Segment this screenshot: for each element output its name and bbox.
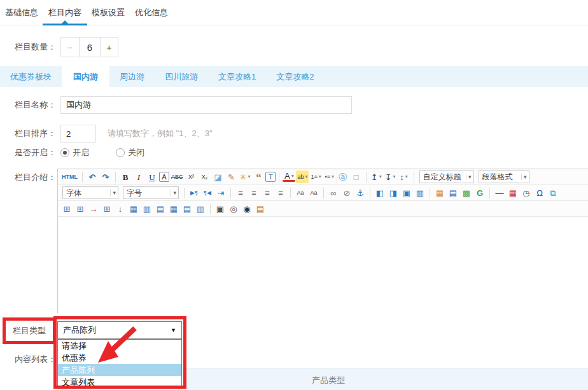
option-article-list[interactable]: 文章列表 (58, 376, 181, 388)
tab-seo-info[interactable]: 优化信息 (135, 0, 168, 25)
font-family-select[interactable]: 字体▾ (62, 186, 118, 199)
tab-basic-info[interactable]: 基础信息 (5, 0, 38, 25)
enabled-row: 是否开启： 开启 关闭 (0, 147, 144, 158)
paragraph-space-bottom-icon[interactable]: ↧ (384, 171, 397, 183)
undo-icon[interactable]: ↶ (86, 171, 99, 183)
radio-option-on[interactable]: 开启 (60, 147, 89, 158)
align-center-icon[interactable]: ≡ (248, 186, 260, 199)
column-order-row: 栏目排序： 请填写数字，例如 "1、2、3" (0, 125, 213, 143)
special-char-icon[interactable]: Ω (533, 186, 546, 199)
editor-toolbar-row-2: 字体▾字号▾▶¶¶◀⇥≡≡≡≡AaAa∞⊘⚓◧◨▣▥▦▤▩G—▦◷Ω⧉ (58, 185, 588, 201)
table-title-icon[interactable]: ▦ (127, 202, 140, 215)
strikethrough-icon[interactable]: ABC (170, 171, 185, 183)
subtab-coupon-block[interactable]: 优惠券板块 (0, 66, 62, 87)
subtab-sichuan-travel[interactable]: 四川旅游 (155, 66, 208, 87)
image-float-right-icon[interactable]: ◨ (387, 186, 400, 199)
stepper-plus-button[interactable]: + (100, 38, 118, 57)
image-inline-icon[interactable]: ▥ (414, 186, 426, 199)
custom-title-select[interactable]: 自定义标题▾ (419, 171, 474, 183)
find-replace-icon[interactable]: ◉ (241, 202, 253, 215)
option-product-display[interactable]: 产品陈列 (58, 364, 181, 376)
split-columns-icon[interactable]: ▥ (194, 202, 207, 215)
insert-date-icon[interactable]: ▦ (507, 186, 519, 199)
font-border-icon[interactable]: A (159, 172, 169, 182)
option-coupon[interactable]: 优惠券 (58, 352, 181, 364)
new-page-icon[interactable]: □ (350, 171, 363, 183)
stepper-minus-button[interactable]: − (61, 38, 80, 57)
radio-checked-icon[interactable] (60, 148, 69, 157)
align-justify-icon[interactable]: ≡ (274, 186, 287, 199)
tab-column-content[interactable]: 栏目内容 (48, 0, 81, 25)
format-painter-icon[interactable]: ✎ (225, 171, 238, 183)
align-right-icon[interactable]: ≡ (261, 186, 274, 199)
insert-row-above-icon[interactable]: ⊞ (74, 202, 87, 215)
separator (184, 188, 185, 198)
screenshot-icon[interactable]: ⧉ (547, 186, 559, 199)
merge-cells-icon[interactable]: ▦ (167, 202, 180, 215)
auto-typeset-icon[interactable]: ✳ (239, 171, 252, 183)
print-icon[interactable]: ▣ (214, 202, 227, 215)
editor-content-area[interactable] (58, 217, 588, 313)
insert-table-icon[interactable]: ⊞ (60, 202, 73, 215)
redo-icon[interactable]: ↷ (99, 171, 112, 183)
column-order-input[interactable] (60, 125, 96, 143)
editor-toolbar-row-3: ⊞⊞→⊞↓▦▥▤▦▤▥▣◎◉▤ (58, 201, 588, 217)
anchor-icon[interactable]: ⚓ (354, 186, 367, 199)
highlight-color-icon[interactable]: ab (296, 171, 309, 183)
delete-row-icon[interactable]: → (87, 202, 100, 215)
insert-video-icon[interactable]: ▤ (447, 186, 459, 199)
font-color-icon[interactable]: A (283, 172, 295, 182)
align-left-icon[interactable]: ≡ (234, 186, 247, 199)
subtab-nearby-travel[interactable]: 周边游 (109, 66, 155, 87)
blockquote-icon[interactable]: “ (252, 171, 265, 183)
horizontal-rule-icon[interactable]: — (493, 186, 506, 199)
delete-column-icon[interactable]: ↓ (114, 202, 127, 215)
insert-image-icon[interactable]: ▦ (433, 186, 446, 199)
column-type-select[interactable]: 产品陈列 ▼ (57, 321, 182, 339)
image-float-left-icon[interactable]: ◧ (374, 186, 386, 199)
insert-column-icon[interactable]: ⊞ (101, 202, 113, 215)
paste-icon[interactable]: ▤ (254, 202, 267, 215)
paste-word-icon[interactable]: T (265, 172, 276, 182)
separator (210, 204, 211, 214)
bold-icon[interactable]: B (119, 171, 132, 183)
line-height-icon[interactable]: ↕ (398, 171, 410, 183)
subtab-article-guide-1[interactable]: 文章攻略1 (208, 66, 266, 87)
image-center-icon[interactable]: ▣ (400, 186, 413, 199)
insert-time-icon[interactable]: ◷ (520, 186, 533, 199)
link-icon[interactable]: ∞ (327, 186, 340, 199)
italic-icon[interactable]: I (132, 171, 145, 183)
ltr-paragraph-icon[interactable]: ▶¶ (188, 186, 200, 199)
google-map-icon[interactable]: G (473, 186, 486, 199)
html-source-icon[interactable]: HTML (60, 171, 79, 183)
split-rows-icon[interactable]: ▤ (181, 202, 193, 215)
paragraph-format-select[interactable]: 段落格式▾ (479, 171, 529, 183)
superscript-icon[interactable]: X² (185, 171, 198, 183)
unordered-list-icon[interactable]: •≡ (323, 171, 336, 183)
paragraph-space-top-icon[interactable]: ↥ (370, 171, 383, 183)
radio-option-off[interactable]: 关闭 (116, 147, 144, 158)
indent-icon[interactable]: ⇥ (214, 186, 227, 199)
subscript-icon[interactable]: X₂ (199, 171, 211, 183)
tab-template-settings[interactable]: 模板设置 (92, 0, 125, 25)
eraser-icon[interactable]: ◪ (212, 171, 225, 183)
insert-map-icon[interactable]: ▩ (460, 186, 473, 199)
to-lowercase-icon[interactable]: Aa (307, 186, 320, 199)
column-name-input[interactable] (60, 96, 352, 114)
subtab-domestic-travel[interactable]: 国内游 (62, 66, 109, 87)
option-please-select[interactable]: 请选择 (58, 340, 181, 352)
preview-icon[interactable]: ◎ (227, 202, 240, 215)
to-uppercase-icon[interactable]: Aa (294, 186, 307, 199)
insert-row-below-icon[interactable]: ▤ (154, 202, 167, 215)
subtab-article-guide-2[interactable]: 文章攻略2 (266, 66, 324, 87)
ordered-list-icon[interactable]: 1≡ (309, 171, 322, 183)
underline-icon[interactable]: U (146, 171, 158, 183)
font-size-select[interactable]: 字号▾ (123, 186, 179, 199)
insert-column-right-icon[interactable]: ▥ (141, 202, 153, 215)
radio-unchecked-icon[interactable] (116, 148, 125, 157)
column-settings-page: 基础信息栏目内容模板设置优化信息 栏目数量： − 6 + 优惠券板块国内游周边游… (0, 0, 588, 390)
unlink-icon[interactable]: ⊘ (340, 186, 353, 199)
rtl-paragraph-icon[interactable]: ¶◀ (201, 186, 214, 199)
auto-link-icon[interactable]: ⓐ (337, 171, 349, 183)
select-caret-down-icon: ▼ (171, 327, 176, 333)
